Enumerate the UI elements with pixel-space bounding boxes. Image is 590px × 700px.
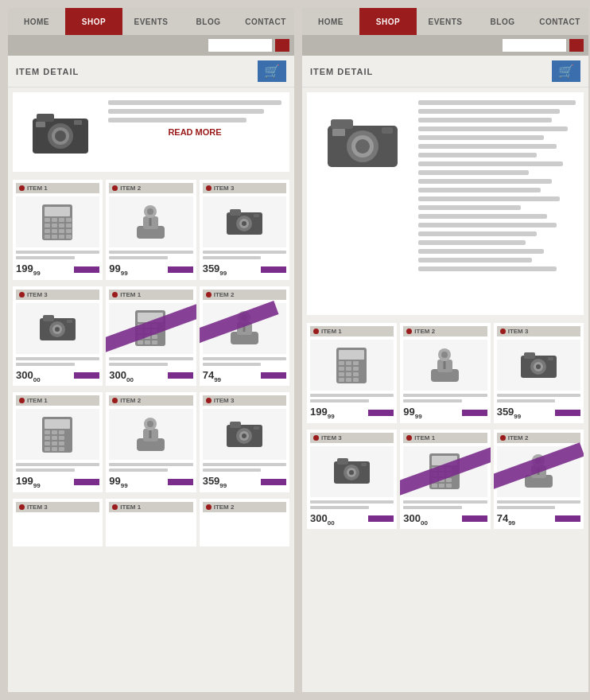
nav-home-r[interactable]: HOME xyxy=(302,8,359,35)
product-price: 30000 xyxy=(109,369,134,383)
svg-rect-136 xyxy=(439,484,444,488)
featured-text-right xyxy=(418,100,576,307)
svg-rect-45 xyxy=(145,324,150,328)
product-price-r: 7499 xyxy=(497,512,515,527)
svg-rect-130 xyxy=(439,472,444,476)
svg-rect-128 xyxy=(446,467,452,471)
svg-rect-43 xyxy=(138,313,163,322)
svg-rect-51 xyxy=(145,335,150,339)
badge-label: ITEM 2 xyxy=(120,185,141,192)
badge-dot xyxy=(112,504,118,510)
featured-camera xyxy=(21,100,100,164)
camera-image xyxy=(25,104,96,160)
product-image-r xyxy=(310,340,394,391)
search-input-right[interactable] xyxy=(503,39,566,52)
item-detail-title: ITEM DETAIL xyxy=(16,67,79,76)
product-image-r xyxy=(310,446,394,497)
search-button[interactable] xyxy=(275,39,289,52)
svg-rect-53 xyxy=(138,340,143,344)
product-price: 7499 xyxy=(203,369,221,383)
item-detail-header: ITEM DETAIL 🛒 xyxy=(8,56,294,88)
badge-label: ITEM 3 xyxy=(27,291,48,298)
cart-icon: 🛒 xyxy=(264,64,280,79)
svg-rect-19 xyxy=(59,229,64,233)
price-bar-r xyxy=(555,410,580,416)
cart-button-right[interactable]: 🛒 xyxy=(552,60,580,82)
product-badge-r: ITEM 2 xyxy=(403,326,487,336)
svg-rect-134 xyxy=(446,478,452,482)
search-bar-right xyxy=(302,35,588,56)
badge-dot xyxy=(19,292,25,298)
badge-label: ITEM 3 xyxy=(214,397,235,404)
product-card: ITEM 2 xyxy=(200,499,289,546)
nav-shop-r[interactable]: SHOP xyxy=(359,8,417,35)
nav-home[interactable]: HOME xyxy=(8,8,65,35)
badge-label-r: ITEM 2 xyxy=(508,434,529,441)
nav-bar-right: HOME SHOP EVENTS BLOG CONTACT xyxy=(302,8,588,35)
svg-rect-46 xyxy=(152,324,157,328)
svg-rect-13 xyxy=(45,224,50,228)
nav-events[interactable]: EVENTS xyxy=(122,8,180,35)
nav-shop[interactable]: SHOP xyxy=(65,8,122,35)
nav-contact[interactable]: CONTACT xyxy=(237,8,294,35)
price-bar xyxy=(74,372,99,379)
svg-rect-68 xyxy=(59,436,64,440)
svg-rect-6 xyxy=(36,122,45,127)
svg-rect-100 xyxy=(353,367,359,371)
read-more-link[interactable]: READ MORE xyxy=(108,127,281,137)
svg-rect-133 xyxy=(439,478,444,482)
product-price-r: 35999 xyxy=(497,406,522,420)
svg-rect-54 xyxy=(145,340,150,344)
svg-rect-70 xyxy=(52,441,57,445)
product-grid-row2: ITEM 3 30000 ITEM xyxy=(8,283,294,390)
badge-label: ITEM 3 xyxy=(214,185,235,192)
product-badge: ITEM 1 xyxy=(16,395,99,406)
nav-events-r[interactable]: EVENTS xyxy=(417,8,474,35)
svg-rect-137 xyxy=(446,484,452,488)
svg-rect-22 xyxy=(52,235,57,239)
svg-rect-131 xyxy=(446,472,452,476)
svg-rect-135 xyxy=(432,484,437,488)
product-card: ITEM 3 xyxy=(13,499,103,546)
badge-dot xyxy=(112,185,118,191)
product-image xyxy=(203,303,286,354)
cart-button[interactable]: 🛒 xyxy=(258,60,286,82)
price-bar-r xyxy=(368,410,394,416)
nav-blog[interactable]: BLOG xyxy=(180,8,237,35)
product-badge-r: ITEM 1 xyxy=(403,433,487,443)
nav-bar: HOME SHOP EVENTS BLOG CONTACT xyxy=(8,8,294,35)
svg-rect-55 xyxy=(152,340,157,344)
product-image-r xyxy=(403,446,487,497)
product-price: 35999 xyxy=(203,475,227,489)
badge-label: ITEM 1 xyxy=(27,397,48,404)
search-input[interactable] xyxy=(208,39,272,52)
badge-dot xyxy=(206,185,212,191)
product-card-r: ITEM 1 xyxy=(307,323,397,423)
badge-label: ITEM 2 xyxy=(214,504,235,511)
svg-rect-132 xyxy=(432,478,437,482)
svg-rect-17 xyxy=(45,229,50,233)
badge-label: ITEM 2 xyxy=(214,291,235,298)
product-card: ITEM 1 xyxy=(106,499,196,546)
nav-contact-r[interactable]: CONTACT xyxy=(531,8,588,35)
badge-dot-r xyxy=(500,435,506,441)
badge-dot xyxy=(19,504,25,510)
nav-blog-r[interactable]: BLOG xyxy=(474,8,531,35)
product-card: ITEM 2 9999 xyxy=(106,180,196,280)
svg-rect-50 xyxy=(138,335,143,339)
svg-point-116 xyxy=(536,364,541,369)
price-bar xyxy=(74,266,99,273)
camera-image-right xyxy=(321,108,405,176)
badge-label: ITEM 1 xyxy=(120,504,141,511)
svg-rect-63 xyxy=(45,430,50,434)
svg-rect-1 xyxy=(37,114,54,122)
product-image xyxy=(109,196,192,247)
product-price-r: 30000 xyxy=(403,512,428,527)
price-bar-r xyxy=(462,515,487,522)
search-button-right[interactable] xyxy=(569,39,584,52)
badge-dot-r xyxy=(313,435,319,441)
svg-point-122 xyxy=(349,470,354,475)
featured-text: READ MORE xyxy=(108,100,281,164)
item-detail-header-right: ITEM DETAIL 🛒 xyxy=(302,56,588,88)
svg-rect-81 xyxy=(230,422,241,428)
